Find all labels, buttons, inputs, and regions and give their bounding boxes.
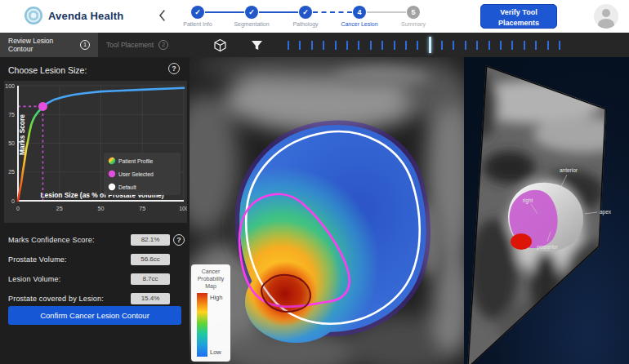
stat-label: Lesion Volume:: [8, 275, 131, 283]
stat-row-prostate-volume: Prostate Volume: 56.6cc: [8, 250, 181, 269]
stat-row-lesion-volume: Lesion Volume: 8.7cc: [8, 269, 181, 289]
lesion-volume-value: 8.7cc: [131, 273, 170, 285]
step-patient-info[interactable]: ✓: [191, 6, 204, 19]
step-label: Pathology: [280, 21, 331, 27]
step-number: 4: [357, 8, 361, 16]
verify-tool-placements-button[interactable]: Verify Tool Placements: [480, 4, 557, 29]
step-cancer-lesion[interactable]: 4: [353, 6, 366, 19]
tab-review-lesion-contour[interactable]: Review Lesion Contour 1: [0, 33, 98, 57]
app-header: Avenda Health ✓ ✓ ✓ 4 5 Patient Info Seg…: [0, 0, 629, 33]
orientation-label-anterior: anterior: [560, 167, 578, 173]
brand: Avenda Health: [25, 7, 123, 24]
slider-tick[interactable]: [323, 41, 324, 50]
slider-tick-active[interactable]: [429, 37, 431, 53]
lesion-settings-panel: Choose Lesion Size: ? 025507510002550751…: [0, 57, 190, 364]
axial-mri-viewport[interactable]: Cancer Probability Map High Low: [190, 57, 464, 364]
check-icon: ✓: [248, 8, 255, 16]
slider-tick[interactable]: [524, 41, 525, 50]
colorbar-title: Cancer Probability Map: [194, 269, 228, 290]
avatar-head-icon: [602, 9, 610, 17]
step-label: Summary: [388, 21, 439, 27]
legend-label: User Selected: [118, 171, 154, 177]
marks-score-chart[interactable]: 02550751000255075100Lesion Size (as % of…: [4, 81, 187, 223]
stat-label: Marks Confidence Score:: [8, 236, 131, 244]
prostate-volume-value: 56.6cc: [131, 254, 170, 265]
verify-line2: Placements: [498, 19, 539, 27]
step-segmentation[interactable]: ✓: [245, 6, 258, 19]
lesion-stats: Marks Confidence Score: 82.1% ? Prostate…: [8, 230, 181, 309]
tab-label: Review Lesion Contour: [8, 37, 75, 53]
svg-text:0: 0: [16, 206, 20, 211]
step-connector-dashed: [313, 11, 352, 13]
check-icon: ✓: [302, 8, 309, 16]
colorbar-low-label: Low: [210, 348, 221, 356]
step-connector: [205, 11, 244, 13]
colorbar-high-label: High: [210, 294, 222, 301]
slider-tick[interactable]: [381, 41, 383, 50]
tab-badge: 1: [80, 40, 90, 50]
tab-badge: 2: [158, 40, 168, 50]
step-connector: [259, 11, 298, 13]
svg-text:50: 50: [98, 206, 105, 211]
stat-label: Prostate covered by Lesion:: [8, 295, 131, 303]
user-avatar[interactable]: [594, 4, 618, 29]
step-summary[interactable]: 5: [407, 6, 420, 19]
user-selected-point[interactable]: [38, 102, 47, 111]
y-axis-label: Marks Score: [18, 114, 26, 155]
slider-tick[interactable]: [346, 41, 348, 50]
svg-text:0: 0: [11, 198, 15, 204]
filter-icon[interactable]: [250, 38, 264, 52]
slice-slider[interactable]: [288, 33, 560, 57]
slider-tick[interactable]: [405, 41, 407, 50]
avenda-logo-icon: [25, 7, 42, 24]
slider-tick[interactable]: [441, 41, 443, 50]
slider-tick[interactable]: [559, 41, 560, 50]
legend-marker-user-selected: [109, 171, 115, 177]
step-label: Segmentation: [226, 21, 277, 27]
avatar-body-icon: [598, 19, 614, 29]
slider-tick[interactable]: [476, 41, 478, 50]
step-label: Cancer Lesion: [334, 21, 385, 27]
cancer-probability-map-legend: Cancer Probability Map High Low: [191, 264, 230, 362]
slider-tick[interactable]: [335, 41, 337, 50]
step-number: 5: [411, 8, 415, 16]
slider-tick[interactable]: [370, 41, 372, 50]
svg-text:75: 75: [139, 206, 145, 211]
step-connector: [367, 11, 406, 13]
slider-tick[interactable]: [511, 41, 513, 50]
tab-tool-placement[interactable]: Tool Placement 2: [98, 33, 190, 57]
slider-tick[interactable]: [288, 41, 289, 50]
slider-tick[interactable]: [547, 41, 549, 50]
help-icon[interactable]: ?: [168, 63, 180, 74]
slider-tick[interactable]: [299, 41, 301, 50]
help-icon[interactable]: ?: [173, 234, 185, 246]
sagittal-3d-image: anterior right apex posterior: [464, 57, 629, 364]
slider-tick[interactable]: [394, 41, 395, 50]
slider-tick[interactable]: [500, 41, 502, 50]
confidence-score-value: 82.1%: [131, 234, 170, 246]
slider-tick[interactable]: [311, 41, 313, 50]
slider-tick[interactable]: [535, 41, 537, 50]
orientation-label-right: right: [523, 198, 533, 204]
step-label: Patient Info: [172, 21, 223, 27]
choose-lesion-size-title: Choose Lesion Size:: [8, 65, 87, 75]
slider-tick[interactable]: [358, 41, 359, 50]
step-pathology[interactable]: ✓: [299, 6, 312, 19]
svg-text:100: 100: [5, 83, 15, 89]
legend-label: Patient Profile: [118, 158, 154, 164]
legend-marker-patient-profile: [109, 158, 115, 164]
slider-tick[interactable]: [417, 41, 418, 50]
coverage-value: 15.4%: [131, 293, 170, 304]
confirm-cancer-lesion-contour-button[interactable]: Confirm Cancer Lesion Contour: [8, 306, 181, 325]
svg-text:25: 25: [8, 169, 15, 175]
slider-tick[interactable]: [465, 41, 466, 50]
back-chevron-icon[interactable]: [155, 8, 170, 23]
3d-view-icon[interactable]: [213, 38, 227, 52]
check-icon: ✓: [194, 8, 201, 16]
orientation-label-apex: apex: [600, 209, 612, 215]
sagittal-3d-viewport[interactable]: anterior right apex posterior: [464, 57, 629, 364]
slider-tick[interactable]: [488, 41, 490, 50]
brand-name: Avenda Health: [48, 10, 123, 22]
axial-mri-image: [190, 57, 464, 364]
slider-tick[interactable]: [453, 41, 454, 50]
